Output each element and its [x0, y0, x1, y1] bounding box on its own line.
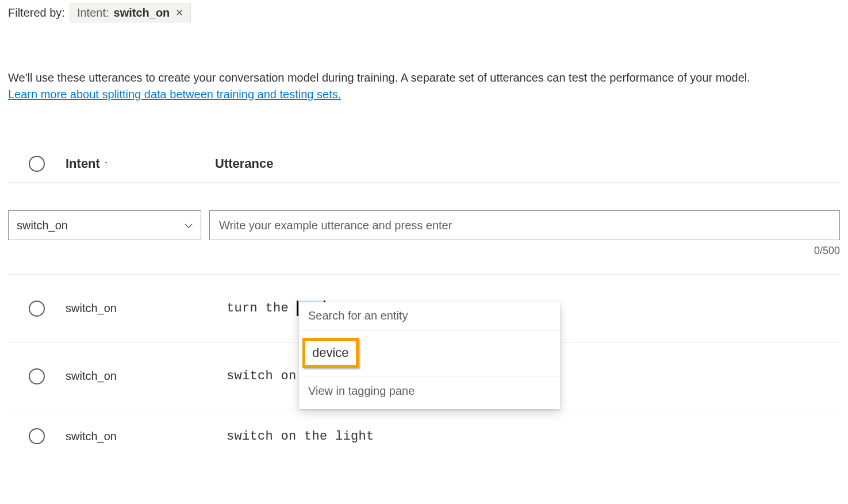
table-row: switch_on switch on the light [8, 410, 840, 462]
row-intent: switch_on [66, 370, 215, 383]
row-intent: switch_on [66, 430, 215, 443]
utt-prefix: turn the [227, 301, 297, 316]
entity-search-input[interactable]: Search for an entity [299, 302, 560, 331]
filter-chip[interactable]: Intent: switch_on ✕ [70, 3, 191, 22]
column-header-intent[interactable]: Intent ↑ [66, 156, 215, 171]
chevron-down-icon [185, 221, 193, 230]
learn-more-link[interactable]: Learn more about splitting data between … [8, 88, 341, 101]
intent-dropdown[interactable]: switch_on [8, 210, 201, 240]
row-intent: switch_on [66, 302, 215, 315]
entity-option-device[interactable]: device [302, 338, 359, 368]
description-text: We'll use these utterances to create you… [8, 70, 840, 103]
view-in-tagging-pane[interactable]: View in tagging pane [299, 376, 560, 407]
close-icon[interactable]: ✕ [174, 7, 185, 19]
row-utterance[interactable]: switch on the light [215, 429, 840, 444]
row-select-radio[interactable] [29, 368, 45, 384]
utterance-input[interactable] [209, 210, 840, 240]
filter-bar: Filtered by: Intent: switch_on ✕ [8, 0, 840, 28]
description-body: We'll use these utterances to create you… [8, 71, 750, 84]
row-select-radio[interactable] [29, 301, 45, 317]
filter-label: Filtered by: [8, 6, 65, 20]
dropdown-selected: switch_on [17, 219, 68, 232]
row-select-radio[interactable] [29, 428, 45, 444]
filter-chip-value: switch_on [114, 6, 170, 20]
input-row: switch_on 0/500 [8, 210, 840, 257]
entity-popup: Search for an entity device View in tagg… [299, 302, 560, 409]
char-count: 0/500 [814, 245, 840, 257]
table-header: Intent ↑ Utterance [8, 149, 840, 183]
sort-ascending-icon: ↑ [103, 158, 109, 170]
utterance-header-label: Utterance [215, 156, 273, 171]
select-all-radio[interactable] [29, 156, 45, 172]
filter-chip-prefix: Intent: [77, 6, 109, 20]
intent-header-label: Intent [66, 156, 100, 171]
table-row: switch_on turn the fan on Search for an … [8, 275, 840, 343]
column-header-utterance[interactable]: Utterance [215, 156, 840, 171]
